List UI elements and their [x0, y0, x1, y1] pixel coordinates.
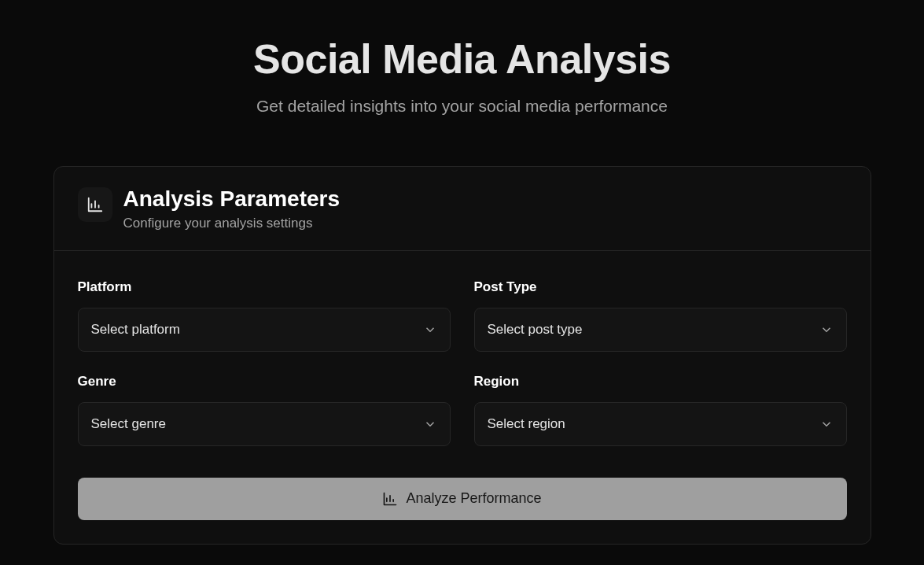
chevron-down-icon [423, 417, 437, 431]
platform-select[interactable]: Select platform [78, 308, 451, 352]
genre-field: Genre Select genre [78, 374, 451, 446]
card-body: Platform Select platform Post Type Selec… [54, 251, 871, 544]
chart-column-icon [382, 491, 398, 507]
page-subtitle: Get detailed insights into your social m… [53, 97, 871, 116]
platform-select-value: Select platform [91, 322, 423, 338]
genre-select[interactable]: Select genre [78, 402, 451, 446]
post-type-select[interactable]: Select post type [474, 308, 847, 352]
parameters-card: Analysis Parameters Configure your analy… [53, 166, 871, 545]
platform-field: Platform Select platform [78, 279, 451, 352]
chevron-down-icon [423, 323, 437, 337]
genre-label: Genre [78, 374, 451, 390]
chart-column-icon [78, 187, 112, 222]
analyze-button[interactable]: Analyze Performance [78, 478, 847, 520]
post-type-label: Post Type [474, 279, 847, 295]
analyze-button-label: Analyze Performance [406, 490, 541, 507]
card-title: Analysis Parameters [123, 186, 341, 212]
chevron-down-icon [819, 417, 834, 431]
region-select[interactable]: Select region [474, 402, 847, 446]
platform-label: Platform [78, 279, 451, 295]
card-subtitle: Configure your analysis settings [123, 216, 341, 231]
region-field: Region Select region [474, 374, 847, 446]
region-select-value: Select region [488, 416, 819, 432]
card-title-group: Analysis Parameters Configure your analy… [123, 186, 341, 231]
page-title: Social Media Analysis [53, 35, 871, 83]
chevron-down-icon [819, 323, 834, 337]
form-grid: Platform Select platform Post Type Selec… [78, 279, 847, 446]
page-header: Social Media Analysis Get detailed insig… [53, 0, 871, 139]
post-type-field: Post Type Select post type [474, 279, 847, 352]
card-header: Analysis Parameters Configure your analy… [54, 167, 871, 251]
post-type-select-value: Select post type [488, 322, 819, 338]
region-label: Region [474, 374, 847, 390]
genre-select-value: Select genre [91, 416, 423, 432]
